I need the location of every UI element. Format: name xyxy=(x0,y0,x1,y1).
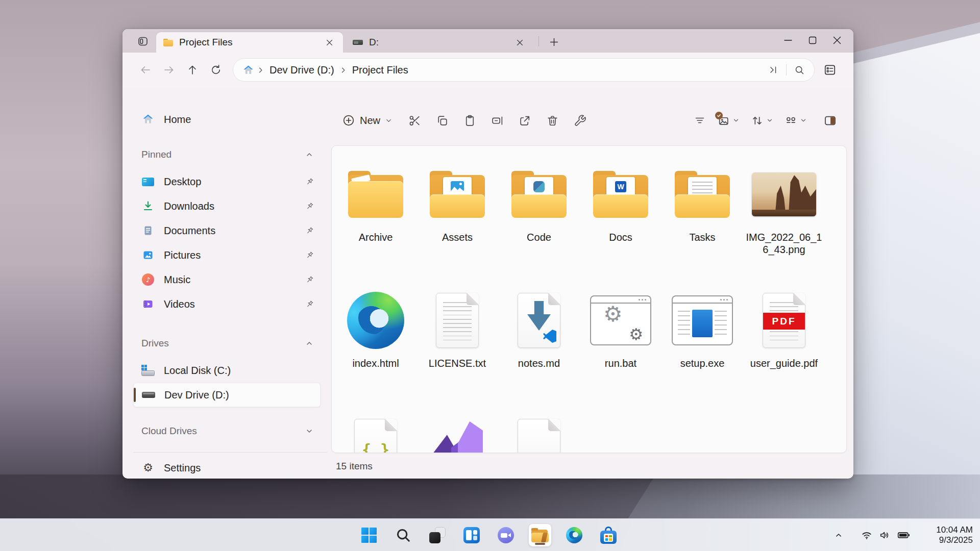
sidebar-item-pictures[interactable]: Pictures xyxy=(133,243,321,267)
taskbar-clock[interactable]: 10:04 AM 9/3/2025 xyxy=(926,525,973,546)
taskbar-center-icons xyxy=(358,524,620,546)
tab-project-files[interactable]: Project Files xyxy=(156,32,343,53)
wifi-icon[interactable] xyxy=(860,526,874,544)
start-button[interactable] xyxy=(358,524,380,546)
documents-icon xyxy=(141,224,155,237)
file-item-license-txt[interactable]: LICENSE.txt xyxy=(416,289,498,415)
share-icon[interactable] xyxy=(514,110,535,131)
paste-icon[interactable] xyxy=(459,110,480,131)
file-item-partial-doc[interactable] xyxy=(498,415,580,453)
sidebar-item-settings[interactable]: ⚙ Settings xyxy=(133,456,321,479)
file-label: IMG_2022_06_16_43.png xyxy=(746,232,822,256)
sidebar-divider xyxy=(133,452,327,453)
sidebar-item-downloads[interactable]: Downloads xyxy=(133,194,321,218)
sort-button[interactable] xyxy=(748,112,776,129)
edge-icon xyxy=(347,289,404,352)
item-count: 15 items xyxy=(336,461,373,471)
go-to-end-icon[interactable] xyxy=(765,62,782,78)
file-item-partial-purple-app[interactable] xyxy=(416,415,498,453)
battery-icon[interactable] xyxy=(895,526,912,544)
details-pane-icon[interactable] xyxy=(820,61,840,79)
file-item-index-html[interactable]: index.html xyxy=(335,289,416,415)
desktop-icon xyxy=(141,178,155,186)
tab-d-drive[interactable]: D: xyxy=(346,32,533,53)
close-tab-icon[interactable] xyxy=(323,36,336,49)
refresh-button[interactable] xyxy=(206,61,226,79)
chat-button[interactable] xyxy=(495,524,517,546)
rename-icon[interactable] xyxy=(486,110,508,131)
pictures-icon xyxy=(141,249,155,261)
videos-icon xyxy=(141,298,155,310)
check-badge-icon xyxy=(715,112,723,119)
markdown-vscode-icon xyxy=(518,289,560,352)
filter-icon[interactable] xyxy=(691,112,709,129)
view-options-button[interactable] xyxy=(714,112,743,129)
file-explorer-taskbar-button[interactable] xyxy=(529,524,551,546)
close-window-button[interactable] xyxy=(825,30,849,51)
sidebar-item-home[interactable]: Home xyxy=(133,107,321,132)
sidebar-section-pinned[interactable]: Pinned xyxy=(133,147,321,162)
pin-icon xyxy=(305,251,314,260)
sidebar-item-label: Videos xyxy=(164,298,305,310)
text-document-icon xyxy=(436,289,479,352)
section-title: Cloud Drives xyxy=(141,425,197,437)
store-taskbar-button[interactable] xyxy=(597,524,620,546)
home-breadcrumb-icon[interactable] xyxy=(240,62,256,78)
file-item-user-guide-pdf[interactable]: PDF user_guide.pdf xyxy=(743,289,825,415)
file-item-setup-exe[interactable]: setup.exe xyxy=(662,289,743,415)
edge-taskbar-button[interactable] xyxy=(563,524,585,546)
file-item-run-bat[interactable]: ⚙⚙ run.bat xyxy=(580,289,662,415)
tray-date: 9/3/2025 xyxy=(926,535,973,546)
file-item-notes-md[interactable]: notes.md xyxy=(498,289,580,415)
sidebar-section-drives[interactable]: Drives xyxy=(133,336,321,351)
file-label: Archive xyxy=(359,232,393,244)
forward-button[interactable] xyxy=(159,61,179,79)
preview-pane-toggle[interactable] xyxy=(820,112,840,130)
view-layout-button[interactable] xyxy=(781,112,810,129)
task-view-button[interactable] xyxy=(426,524,449,546)
microsoft-store-icon xyxy=(600,527,617,544)
new-button[interactable]: New xyxy=(337,111,398,130)
sidebar-section-cloud-drives[interactable]: Cloud Drives xyxy=(133,423,321,439)
delete-icon[interactable] xyxy=(542,110,563,131)
up-button[interactable] xyxy=(183,61,202,79)
taskbar-search-button[interactable] xyxy=(392,524,414,546)
copy-icon[interactable] xyxy=(431,110,453,131)
folder-code-icon xyxy=(511,163,567,226)
sidebar-item-local-disk-c[interactable]: Local Disk (C:) xyxy=(133,358,321,383)
file-item-code[interactable]: Code xyxy=(498,163,580,289)
file-item-img-png[interactable]: IMG_2022_06_16_43.png xyxy=(743,163,825,289)
sidebar-item-videos[interactable]: Videos xyxy=(133,292,321,316)
cut-icon[interactable] xyxy=(404,110,425,131)
sidebar-item-dev-drive-d[interactable]: Dev Drive (D:) xyxy=(133,383,321,407)
file-explorer-icon xyxy=(531,528,549,542)
file-item-partial-json[interactable]: { } xyxy=(335,415,416,453)
volume-icon[interactable] xyxy=(877,526,892,544)
breadcrumb-dev-drive[interactable]: Dev Drive (D:) xyxy=(265,62,338,78)
file-label: Assets xyxy=(442,232,473,244)
breadcrumb-project-files[interactable]: Project Files xyxy=(348,62,412,78)
installer-icon xyxy=(672,289,733,352)
new-tab-button[interactable] xyxy=(545,35,562,49)
sidebar-item-documents[interactable]: Documents xyxy=(133,218,321,243)
navigation-pane-toggle-button[interactable] xyxy=(135,34,151,49)
sidebar-item-music[interactable]: ♪ Music xyxy=(133,267,321,292)
maximize-button[interactable] xyxy=(800,30,825,51)
search-icon[interactable] xyxy=(791,62,808,78)
back-button[interactable] xyxy=(136,61,155,79)
file-list-panel: Archive Assets Code W xyxy=(331,145,847,453)
file-item-archive[interactable]: Archive xyxy=(335,163,416,289)
properties-wrench-icon[interactable] xyxy=(569,110,591,131)
chevron-up-icon xyxy=(305,151,313,159)
folder-icon xyxy=(163,39,173,46)
close-tab-icon[interactable] xyxy=(513,36,526,49)
file-item-tasks[interactable]: Tasks xyxy=(662,163,743,289)
sidebar-item-desktop[interactable]: Desktop xyxy=(133,169,321,194)
widgets-button[interactable] xyxy=(460,524,483,546)
minimize-button[interactable] xyxy=(776,30,800,51)
file-item-assets[interactable]: Assets xyxy=(416,163,498,289)
tray-chevron-up-icon[interactable] xyxy=(831,526,846,544)
address-bar[interactable]: Dev Drive (D:) Project Files xyxy=(233,58,815,82)
file-label: Tasks xyxy=(689,232,715,244)
file-item-docs[interactable]: W Docs xyxy=(580,163,662,289)
